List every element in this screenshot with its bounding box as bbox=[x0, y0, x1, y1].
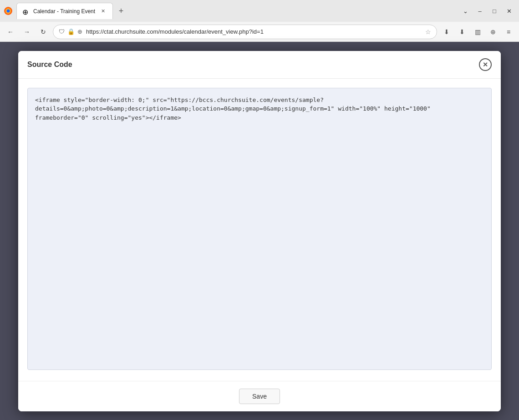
library-button[interactable]: ▥ bbox=[471, 25, 484, 39]
shield-icon: 🛡 bbox=[59, 28, 65, 35]
bookmark-star-icon[interactable]: ☆ bbox=[425, 28, 431, 35]
tab-close-button[interactable]: ✕ bbox=[99, 7, 107, 15]
save-button[interactable]: Save bbox=[239, 389, 280, 404]
nav-actions: ⬇ ⬇ ▥ ⊕ ≡ bbox=[440, 25, 515, 39]
extensions-button[interactable]: ⊕ bbox=[486, 25, 500, 39]
address-bar[interactable]: 🛡 🔒 ⊕ https://ctat.churchsuite.com/modul… bbox=[53, 25, 437, 39]
minimize-button[interactable]: – bbox=[473, 5, 486, 17]
close-button[interactable]: ✕ bbox=[503, 5, 515, 17]
modal-overlay: Source Code ✕ Save bbox=[0, 42, 519, 420]
active-tab[interactable]: ⊕ Calendar - Training Event ✕ bbox=[16, 3, 113, 19]
tab-bar: ⊕ Calendar - Training Event ✕ + bbox=[16, 3, 455, 19]
downloads-button[interactable]: ⬇ bbox=[455, 25, 469, 39]
source-code-modal: Source Code ✕ Save bbox=[18, 51, 501, 411]
tracking-icon: ⊕ bbox=[77, 28, 82, 35]
url-text[interactable]: https://ctat.churchsuite.com/modules/cal… bbox=[86, 28, 422, 35]
lock-icon: 🔒 bbox=[67, 28, 75, 35]
address-security-icons: 🛡 🔒 ⊕ bbox=[59, 28, 82, 35]
modal-close-button[interactable]: ✕ bbox=[479, 58, 492, 71]
modal-footer: Save bbox=[18, 381, 501, 411]
svg-point-2 bbox=[7, 10, 10, 13]
dropdown-button[interactable]: ⌄ bbox=[459, 5, 472, 17]
maximize-button[interactable]: □ bbox=[488, 5, 501, 17]
browser-chrome: ⊕ Calendar - Training Event ✕ + ⌄ – □ ✕ … bbox=[0, 0, 519, 42]
modal-title: Source Code bbox=[27, 61, 72, 69]
nav-bar: ← → ↻ 🛡 🔒 ⊕ https://ctat.churchsuite.com… bbox=[0, 22, 519, 42]
modal-header: Source Code ✕ bbox=[18, 51, 501, 79]
title-bar: ⊕ Calendar - Training Event ✕ + ⌄ – □ ✕ bbox=[0, 0, 519, 22]
modal-body bbox=[18, 79, 501, 381]
back-button[interactable]: ← bbox=[4, 25, 17, 39]
pocket-button[interactable]: ⬇ bbox=[440, 25, 453, 39]
source-code-textarea[interactable] bbox=[27, 88, 492, 370]
forward-button[interactable]: → bbox=[20, 25, 34, 39]
title-bar-controls: ⌄ – □ ✕ bbox=[459, 5, 515, 17]
firefox-icon bbox=[4, 6, 13, 15]
page-content: Source Code ✕ Save bbox=[0, 42, 519, 420]
menu-button[interactable]: ≡ bbox=[502, 25, 515, 39]
new-tab-button[interactable]: + bbox=[115, 5, 127, 17]
tab-favicon: ⊕ bbox=[22, 8, 30, 15]
reload-button[interactable]: ↻ bbox=[36, 25, 50, 39]
tab-title: Calendar - Training Event bbox=[33, 8, 95, 15]
